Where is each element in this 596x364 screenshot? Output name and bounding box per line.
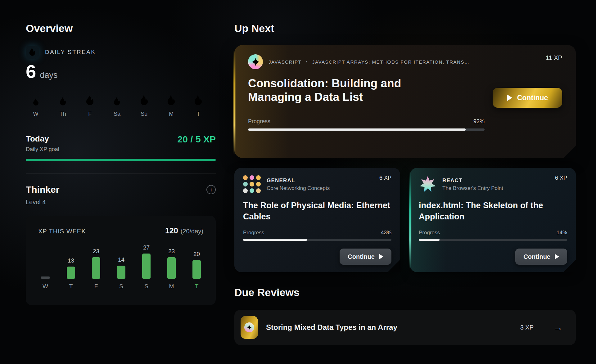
rank-title: Thinker: [26, 184, 59, 195]
featured-lesson-card[interactable]: JAVASCRIPT • JAVASCRIPT ARRAYS: METHODS …: [234, 45, 576, 158]
streak-day-label: Th: [60, 111, 66, 117]
up-next-heading: Up Next: [234, 22, 576, 34]
chart-bar: [117, 266, 125, 279]
react-card-labels: REACT The Browser's Entry Point: [442, 178, 503, 191]
chart-bar-column: W: [41, 276, 50, 290]
info-icon[interactable]: i: [206, 185, 216, 194]
card-category: REACT: [442, 178, 503, 184]
color-dot: [243, 188, 248, 193]
review-list-item[interactable]: Storing Mixed Data Types in an Array 3 X…: [234, 310, 576, 345]
bar-value-label: 27: [143, 244, 150, 251]
arrow-right-icon: →: [553, 323, 563, 332]
flame-icon: [58, 97, 68, 106]
xp-week-total-value: 120: [165, 226, 178, 235]
dots-grid-icon: [243, 175, 261, 193]
featured-card-header: JAVASCRIPT • JAVASCRIPT ARRAYS: METHODS …: [248, 54, 562, 69]
progress-label: Progress: [419, 230, 440, 236]
flame-icon: [112, 97, 122, 106]
daily-streak-flame-badge: [26, 46, 39, 59]
chart-category-label: S: [144, 283, 148, 290]
color-dot: [256, 188, 261, 193]
featured-progress-row: Progress 92%: [248, 118, 485, 125]
streak-day-label: W: [33, 111, 38, 117]
chart-category-label: F: [94, 283, 98, 290]
streak-day: W: [28, 94, 43, 117]
up-next-panel: Up Next JAVASCRIPT • JAVASCRIPT ARRAYS: …: [234, 22, 576, 345]
card-progress-row: Progress 14%: [419, 230, 567, 236]
card-lesson-title: The Role of Physical Media: Ethernet Cab…: [243, 200, 391, 222]
play-icon: [379, 254, 383, 259]
play-icon: [555, 254, 559, 259]
chart-category-label: T: [195, 283, 199, 290]
card-progress-row: Progress 43%: [243, 230, 391, 236]
card-progressbar: [419, 239, 567, 241]
flame-icon: [84, 95, 96, 106]
color-dot: [243, 182, 248, 186]
chart-bar-column: 13T: [67, 257, 75, 290]
today-title: Today: [26, 134, 59, 144]
flame-icon: [165, 95, 177, 106]
streak-week: WThFSaSuMT: [28, 94, 206, 117]
flame-icon: [192, 95, 204, 106]
continue-label: Continue: [523, 253, 550, 260]
general-continue-button[interactable]: Continue: [340, 249, 391, 265]
bar-value-label: 14: [118, 256, 124, 263]
streak-day-label: Su: [141, 111, 147, 117]
chart-bar-column: 20T: [192, 251, 201, 290]
progress-label: Progress: [248, 118, 270, 125]
streak-day: Sa: [110, 94, 124, 117]
featured-progress: Progress 92%: [248, 118, 485, 131]
overview-heading: Overview: [26, 22, 216, 34]
featured-category: JAVASCRIPT: [269, 59, 301, 65]
card-course: The Browser's Entry Point: [442, 185, 503, 191]
card-category: GENERAL: [267, 178, 330, 184]
review-gold-badge: [241, 316, 258, 339]
play-icon: [507, 94, 512, 101]
daily-goal-progressbar: [26, 159, 216, 161]
sparkle-icon: [247, 325, 252, 330]
react-continue-button[interactable]: Continue: [515, 249, 567, 265]
featured-xp-badge: 11 XP: [546, 54, 562, 61]
chart-category-label: S: [119, 283, 123, 290]
overview-panel: Overview DAILY STREAK 6 days WThFSaSuMT …: [26, 22, 216, 305]
card-progress-fill: [419, 239, 440, 241]
streak-day-label: M: [169, 111, 174, 117]
featured-continue-button[interactable]: Continue: [493, 88, 562, 108]
streak-count: 6: [26, 62, 36, 81]
progress-percent: 14%: [557, 230, 567, 236]
bar-value-label: 23: [93, 248, 99, 255]
color-dot: [256, 175, 261, 180]
daily-xp-value: 20 / 5 XP: [178, 134, 216, 145]
streak-day: M: [164, 94, 179, 117]
xp-week-card: XP THIS WEEK 120(20/day) W13T23F14S27S23…: [26, 216, 216, 305]
general-card-labels: GENERAL Core Networking Concepts: [267, 178, 330, 191]
today-goal-labels: Today Daily XP goal: [26, 134, 59, 153]
review-xp: 3 XP: [520, 324, 534, 331]
bar-value-label: 13: [68, 257, 74, 264]
xp-chart: W13T23F14S27S23M20T: [38, 238, 203, 290]
today-goal-header: Today Daily XP goal 20 / 5 XP: [26, 134, 216, 153]
featured-lesson-title: Consolidation: Building and Managing a D…: [248, 77, 450, 108]
chart-bar: [192, 260, 201, 279]
streak-day: F: [83, 94, 97, 117]
featured-progress-fill: [248, 128, 466, 131]
streak-day-label: F: [88, 111, 92, 117]
separator-dot: •: [306, 59, 308, 64]
card-lesson-title: index.html: The Skeleton of the Applicat…: [419, 200, 567, 222]
lesson-card-react[interactable]: REACT The Browser's Entry Point 6 XP ind…: [410, 168, 576, 272]
daily-streak-header: DAILY STREAK: [26, 46, 216, 59]
chart-category-label: T: [69, 283, 73, 290]
continue-label: Continue: [348, 253, 375, 260]
chart-category-label: M: [169, 283, 174, 290]
daily-xp-goal-label: Daily XP goal: [26, 146, 59, 153]
chart-bar: [92, 257, 100, 279]
progress-label: Progress: [243, 230, 264, 236]
flame-icon: [138, 95, 150, 106]
general-card-header: GENERAL Core Networking Concepts: [243, 175, 391, 193]
xp-week-per-day: (20/day): [181, 228, 203, 235]
chart-bar: [167, 257, 176, 279]
lesson-card-general[interactable]: GENERAL Core Networking Concepts 6 XP Th…: [234, 168, 400, 272]
featured-course: JAVASCRIPT ARRAYS: METHODS FOR ITERATION…: [312, 59, 470, 65]
chart-bar: [41, 276, 50, 279]
up-next-cards: GENERAL Core Networking Concepts 6 XP Th…: [234, 168, 576, 272]
